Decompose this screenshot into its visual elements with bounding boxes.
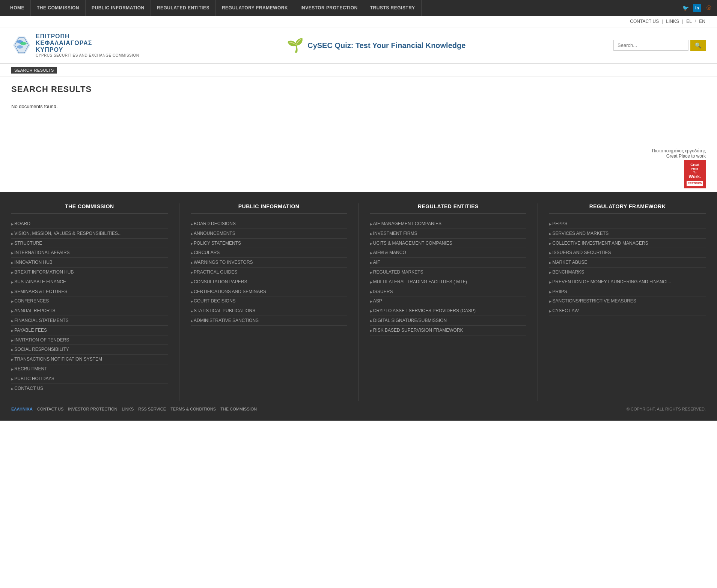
footer-link[interactable]: PAYABLE FEES bbox=[11, 326, 168, 335]
footer-link[interactable]: ISSUERS AND SECURITIES bbox=[549, 248, 706, 258]
nav-item-public-info[interactable]: PUBLIC INFORMATION bbox=[86, 0, 151, 16]
no-docs-message: No documents found. bbox=[11, 104, 706, 109]
footer-col: PUBLIC INFORMATIONBOARD DECISIONSANNOUNC… bbox=[179, 203, 359, 401]
footer-link[interactable]: DIGITAL SIGNATURE/SUBMISSION bbox=[370, 316, 527, 326]
footer-link[interactable]: COLLECTIVE INVESTMENT AND MANAGERS bbox=[549, 239, 706, 248]
breadcrumb-badge: SEARCH RESULTS bbox=[11, 67, 57, 74]
logo-area: ΕΠΙΤΡΟΠΗ ΚΕΦΑΛΑΙΑΓΟΡΑΣ ΚΥΠΡΟΥ CYPRUS SEC… bbox=[0, 27, 717, 63]
footer-link[interactable]: REGULATED MARKETS bbox=[370, 268, 527, 277]
footer-link[interactable]: ASP bbox=[370, 296, 527, 306]
footer-bottom-link[interactable]: INVESTOR PROTECTION bbox=[68, 407, 117, 411]
footer-link[interactable]: INVESTMENT FIRMS bbox=[370, 229, 527, 239]
footer-link[interactable]: PREVENTION OF MONEY LAUNDERING AND FINAN… bbox=[549, 277, 706, 287]
footer-link[interactable]: INNOVATION HUB bbox=[11, 258, 168, 268]
footer-link[interactable]: CONFERENCES bbox=[11, 296, 168, 306]
footer-link[interactable]: CRYPTO ASSET SERVICES PROVIDERS (CASP) bbox=[370, 306, 527, 316]
nav-item-regulated[interactable]: REGULATED ENTITIES bbox=[151, 0, 216, 16]
footer-link[interactable]: AIF bbox=[370, 258, 527, 268]
footer-link[interactable]: SOCIAL RESPONSIBILITY bbox=[11, 345, 168, 355]
footer-link[interactable]: SERVICES AND MARKETS bbox=[549, 229, 706, 239]
footer-link[interactable]: AIFM & MANCO bbox=[370, 248, 527, 258]
footer-col: THE COMMISSIONBOARDVISION, MISSION, VALU… bbox=[0, 203, 179, 401]
footer-link[interactable]: PUBLIC HOLIDAYS bbox=[11, 374, 168, 384]
main-content: SEARCH RESULTS No documents found. bbox=[0, 77, 717, 144]
footer-bottom-links: ΕΛΛΗΝΙΚΑCONTACT USINVESTOR PROTECTIONLIN… bbox=[11, 407, 257, 411]
footer-bottom-link[interactable]: RSS SERVICE bbox=[138, 407, 166, 411]
search-input[interactable] bbox=[613, 40, 688, 51]
footer-bottom-link[interactable]: CONTACT US bbox=[37, 407, 64, 411]
footer-link[interactable]: RECRUITMENT bbox=[11, 364, 168, 374]
nav-item-trusts[interactable]: TRUSTS REGISTRY bbox=[364, 0, 422, 16]
en-lang-link[interactable]: EN bbox=[697, 18, 707, 25]
footer-link[interactable]: AIF MANAGEMENT COMPANIES bbox=[370, 219, 527, 229]
footer-link[interactable]: STRUCTURE bbox=[11, 239, 168, 248]
footer-link[interactable]: INTERNATIONAL AFFAIRS bbox=[11, 248, 168, 258]
nav-item-regulatory[interactable]: REGULATORY FRAMEWORK bbox=[216, 0, 294, 16]
footer-link[interactable]: CERTIFICATIONS AND SEMINARS bbox=[191, 287, 347, 297]
footer-bottom-link[interactable]: ΕΛΛΗΝΙΚΑ bbox=[11, 407, 33, 411]
footer-link[interactable]: CONTACT US bbox=[11, 384, 168, 394]
nav-item-home[interactable]: HOME bbox=[4, 0, 31, 16]
social-icons: 🐦 in ⦾ bbox=[681, 3, 713, 12]
rss-icon[interactable]: ⦾ bbox=[704, 3, 713, 12]
quiz-banner[interactable]: 🌱 CySEC Quiz: Test Your Financial Knowle… bbox=[154, 38, 598, 53]
contact-us-header-link[interactable]: CONTACT US bbox=[628, 18, 660, 25]
footer-bottom-link[interactable]: LINKS bbox=[122, 407, 134, 411]
search-button[interactable]: 🔍 bbox=[690, 40, 706, 51]
footer-link[interactable]: BOARD bbox=[11, 219, 168, 229]
el-lang-link[interactable]: EL bbox=[685, 18, 693, 25]
footer-link[interactable]: ADMINISTRATIVE SANCTIONS bbox=[191, 316, 347, 326]
footer-link[interactable]: BENCHMARKS bbox=[549, 268, 706, 277]
breadcrumb-bar: SEARCH RESULTS bbox=[0, 63, 717, 77]
logo-icon[interactable] bbox=[11, 35, 32, 56]
logo-english-text: CYPRUS SECURITIES AND EXCHANGE COMMISSIO… bbox=[36, 53, 139, 57]
footer-link[interactable]: STATISTICAL PUBLICATIONS bbox=[191, 306, 347, 316]
footer-link[interactable]: BOARD DECISIONS bbox=[191, 219, 347, 229]
header-links: CONTACT US | LINKS | EL / EN | bbox=[628, 18, 709, 25]
footer-link[interactable]: INVITATION OF TENDERS bbox=[11, 335, 168, 345]
twitter-icon[interactable]: 🐦 bbox=[681, 3, 690, 12]
footer-link[interactable]: POLICY STATEMENTS bbox=[191, 239, 347, 248]
logo-greek-text: ΕΠΙΤΡΟΠΗ ΚΕΦΑΛΑΙΑΓΟΡΑΣ ΚΥΠΡΟΥ bbox=[36, 33, 139, 53]
footer-link[interactable]: BREXIT INFORMATION HUB bbox=[11, 268, 168, 277]
svg-marker-0 bbox=[13, 37, 30, 54]
footer-link[interactable]: CIRCULARS bbox=[191, 248, 347, 258]
footer-link[interactable]: CYSEC LAW bbox=[549, 306, 706, 316]
footer-link[interactable]: CONSULTATION PAPERS bbox=[191, 277, 347, 287]
footer-link[interactable]: MARKET ABUSE bbox=[549, 258, 706, 268]
footer-link[interactable]: WARNINGS TO INVESTORS bbox=[191, 258, 347, 268]
footer-link[interactable]: COURT DECISIONS bbox=[191, 296, 347, 306]
logo-text: ΕΠΙΤΡΟΠΗ ΚΕΦΑΛΑΙΑΓΟΡΑΣ ΚΥΠΡΟΥ CYPRUS SEC… bbox=[36, 33, 139, 57]
footer-link[interactable]: ANNOUNCEMENTS bbox=[191, 229, 347, 239]
footer-link[interactable]: PRIIPS bbox=[549, 287, 706, 297]
footer-link[interactable]: TRANSACTIONS NOTIFICATION SYSTEM bbox=[11, 355, 168, 364]
nav-items-list: HOMETHE COMMISSIONPUBLIC INFORMATIONREGU… bbox=[4, 0, 681, 16]
footer-bottom-link[interactable]: TERMS & CONDITIONS bbox=[170, 407, 216, 411]
footer-link[interactable]: PRACTICAL GUIDES bbox=[191, 268, 347, 277]
footer-link[interactable]: SEMINARS & LECTURES bbox=[11, 287, 168, 297]
footer-columns: THE COMMISSIONBOARDVISION, MISSION, VALU… bbox=[0, 203, 717, 401]
footer-link[interactable]: ISSUERS bbox=[370, 287, 527, 297]
cert-text-1: Πιστοποιημένος εργοδότης bbox=[652, 148, 706, 153]
footer-link[interactable]: SUSTAINABLE FINANCE bbox=[11, 277, 168, 287]
footer-link[interactable]: FINANCIAL STATEMENTS bbox=[11, 316, 168, 326]
footer-link[interactable]: UCITS & MANAGEMENT COMPANIES bbox=[370, 239, 527, 248]
nav-item-commission[interactable]: THE COMMISSION bbox=[31, 0, 86, 16]
footer-link[interactable]: PEPPS bbox=[549, 219, 706, 229]
page-title: SEARCH RESULTS bbox=[11, 84, 706, 94]
quiz-icon: 🌱 bbox=[287, 38, 304, 53]
footer-link[interactable]: ANNUAL REPORTS bbox=[11, 306, 168, 316]
logo-container: ΕΠΙΤΡΟΠΗ ΚΕΦΑΛΑΙΑΓΟΡΑΣ ΚΥΠΡΟΥ CYPRUS SEC… bbox=[11, 33, 139, 57]
linkedin-icon[interactable]: in bbox=[693, 4, 701, 12]
footer-link[interactable]: SANCTIONS/RESTRICTIVE MEASURES bbox=[549, 296, 706, 306]
footer-link[interactable]: MULTILATERAL TRADING FACILITIES ( MTF) bbox=[370, 277, 527, 287]
footer-link[interactable]: RISK BASED SUPERVISION FRAMEWORK bbox=[370, 326, 527, 335]
search-area: 🔍 bbox=[613, 40, 706, 51]
links-header-link[interactable]: LINKS bbox=[664, 18, 681, 25]
footer-col: REGULATORY FRAMEWORKPEPPSSERVICES AND MA… bbox=[538, 203, 717, 401]
footer: THE COMMISSIONBOARDVISION, MISSION, VALU… bbox=[0, 192, 717, 421]
footer-bottom-link[interactable]: THE COMMISSION bbox=[220, 407, 257, 411]
cert-badge: Πιστοποιημένος εργοδότης Great Place to … bbox=[652, 148, 706, 188]
footer-link[interactable]: VISION, MISSION, VALUES & RESPONSIBILITI… bbox=[11, 229, 168, 239]
nav-item-investor[interactable]: INVESTOR PROTECTION bbox=[294, 0, 364, 16]
